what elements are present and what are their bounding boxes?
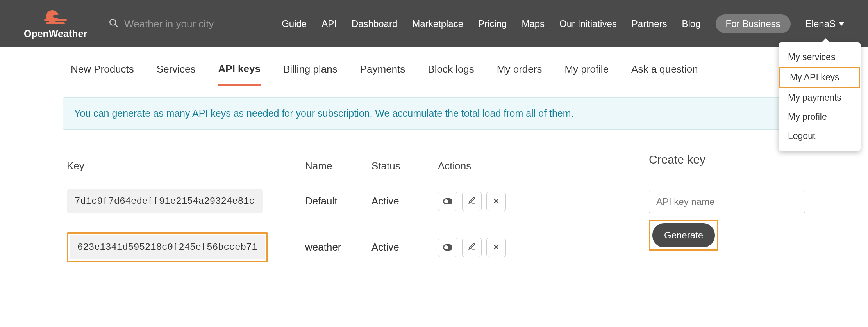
account-tabs: New Products Services API keys Billing p… [0, 47, 868, 85]
primary-nav: Guide API Dashboard Marketplace Pricing … [282, 14, 844, 33]
table-header-row: Key Name Status Actions [63, 153, 596, 179]
dropdown-my-payments[interactable]: My payments [779, 88, 861, 107]
api-key-status: Active [371, 241, 438, 253]
svg-rect-1 [44, 19, 67, 21]
x-icon [493, 241, 500, 253]
x-icon [493, 195, 500, 207]
generate-button[interactable]: Generate [652, 223, 715, 247]
toggle-active-button[interactable] [438, 192, 457, 211]
api-key-value: 623e1341d595218c0f245ef56bcceb71 [70, 235, 265, 259]
nav-guide[interactable]: Guide [282, 18, 307, 29]
info-banner: You can generate as many API keys as nee… [63, 97, 805, 130]
svg-point-4 [110, 19, 116, 25]
nav-marketplace[interactable]: Marketplace [412, 18, 463, 29]
toggle-icon [443, 241, 452, 253]
api-key-name: Default [305, 195, 371, 207]
toggle-active-button[interactable] [438, 238, 457, 257]
tab-api-keys[interactable]: API keys [218, 63, 261, 86]
nav-partners[interactable]: Partners [632, 18, 667, 29]
table-row: 623e1341d595218c0f245ef56bcceb71 weather… [63, 223, 596, 272]
nav-dashboard[interactable]: Dashboard [352, 18, 397, 29]
svg-point-11 [444, 245, 448, 249]
tab-ask-question[interactable]: Ask a question [631, 63, 698, 85]
delete-key-button[interactable] [486, 192, 506, 211]
caret-down-icon [839, 22, 844, 26]
nav-user-menu-trigger[interactable]: ElenaS [805, 18, 844, 29]
tab-my-orders[interactable]: My orders [497, 63, 542, 85]
create-key-panel: Create key Generate [649, 153, 813, 272]
svg-point-7 [444, 199, 448, 203]
svg-line-5 [115, 24, 118, 27]
api-key-value: 7d1c9f7d64edeff91e2154a29324e81c [67, 189, 263, 213]
row-actions [438, 192, 524, 211]
api-key-status: Active [371, 195, 438, 207]
dropdown-logout[interactable]: Logout [779, 126, 861, 146]
toggle-icon [443, 195, 452, 207]
dropdown-my-api-keys[interactable]: My API keys [779, 67, 860, 88]
header-status: Status [371, 160, 438, 172]
brand-name: OpenWeather [24, 28, 87, 39]
tab-billing[interactable]: Billing plans [283, 63, 338, 85]
pencil-icon [468, 241, 476, 253]
edit-key-button[interactable] [462, 192, 482, 211]
tab-services[interactable]: Services [157, 63, 196, 85]
generate-highlight-box: Generate [649, 220, 718, 251]
highlighted-key-box: 623e1341d595218c0f245ef56bcceb71 [67, 232, 268, 262]
tab-block-logs[interactable]: Block logs [428, 63, 474, 85]
header-name: Name [305, 160, 371, 172]
svg-rect-2 [46, 22, 65, 24]
tab-my-profile[interactable]: My profile [564, 63, 609, 85]
search-field[interactable]: Weather in your city [109, 18, 214, 30]
top-header: OpenWeather Weather in your city Guide A… [0, 0, 868, 47]
nav-pricing[interactable]: Pricing [478, 18, 507, 29]
search-icon [109, 18, 119, 30]
table-row: 7d1c9f7d64edeff91e2154a29324e81c Default… [63, 179, 596, 223]
sun-cloud-icon [43, 9, 68, 27]
api-key-name-input[interactable] [649, 190, 805, 213]
create-key-title: Create key [649, 153, 813, 174]
nav-user-name: ElenaS [805, 18, 836, 29]
tab-payments[interactable]: Payments [360, 63, 405, 85]
dropdown-my-profile[interactable]: My profile [779, 107, 861, 126]
header-key: Key [67, 160, 305, 172]
search-placeholder: Weather in your city [124, 18, 214, 30]
pencil-icon [468, 195, 476, 207]
user-dropdown: My services My API keys My payments My p… [779, 42, 861, 151]
nav-for-business[interactable]: For Business [716, 14, 791, 33]
nav-initiatives[interactable]: Our Initiatives [559, 18, 617, 29]
nav-api[interactable]: API [321, 18, 337, 29]
dropdown-my-services[interactable]: My services [779, 48, 861, 67]
svg-rect-3 [53, 15, 65, 18]
delete-key-button[interactable] [486, 238, 506, 257]
logo[interactable]: OpenWeather [24, 9, 87, 39]
tab-new-products[interactable]: New Products [71, 63, 134, 85]
api-key-name: weather [305, 241, 371, 253]
api-keys-table: Key Name Status Actions 7d1c9f7d64edeff9… [63, 153, 596, 272]
row-actions [438, 238, 524, 257]
nav-maps[interactable]: Maps [522, 18, 545, 29]
header-actions: Actions [438, 160, 524, 172]
content-area: Key Name Status Actions 7d1c9f7d64edeff9… [63, 153, 813, 272]
edit-key-button[interactable] [462, 238, 482, 257]
nav-blog[interactable]: Blog [682, 18, 701, 29]
